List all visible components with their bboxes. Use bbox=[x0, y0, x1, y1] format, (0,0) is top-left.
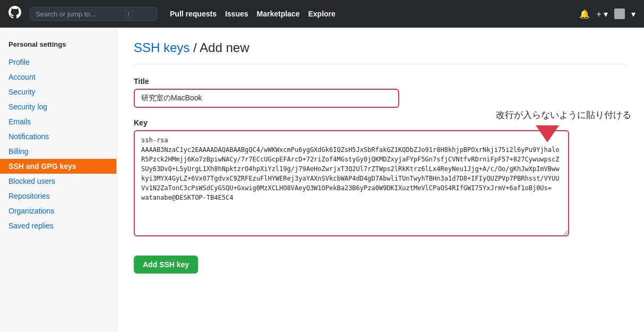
main-content: SSH keys / Add new Title Key 改行が入らないように貼… bbox=[117, 28, 644, 332]
nav-issues[interactable]: Issues bbox=[225, 10, 248, 18]
sidebar-item-security-log[interactable]: Security log bbox=[0, 99, 116, 114]
nav-explore[interactable]: Explore bbox=[308, 10, 335, 18]
avatar[interactable] bbox=[614, 8, 625, 19]
sidebar-item-ssh-gpg-keys[interactable]: SSH and GPG keys bbox=[0, 159, 116, 174]
page-heading: SSH keys / Add new bbox=[134, 40, 627, 64]
title-form-group: Title bbox=[134, 77, 627, 108]
notifications-bell-icon[interactable]: 🔔 bbox=[579, 9, 590, 19]
annotation-text: 改行が入らないように貼り付ける bbox=[496, 109, 631, 121]
sidebar-item-saved-replies[interactable]: Saved replies bbox=[0, 218, 116, 233]
github-logo[interactable] bbox=[8, 6, 21, 22]
add-ssh-key-button[interactable]: Add SSH key bbox=[134, 256, 198, 274]
page-title-add-new: Add new bbox=[200, 40, 249, 55]
nav-marketplace[interactable]: Marketplace bbox=[257, 10, 300, 18]
sidebar-item-security[interactable]: Security bbox=[0, 84, 116, 99]
sidebar-item-emails[interactable]: Emails bbox=[0, 114, 116, 129]
sidebar-item-billing[interactable]: Billing bbox=[0, 144, 116, 159]
slash-badge: / bbox=[125, 10, 133, 18]
topnav: / Pull requests Issues Marketplace Explo… bbox=[0, 0, 644, 28]
breadcrumb-ssh-keys[interactable]: SSH keys bbox=[134, 40, 190, 55]
avatar-dropdown-icon[interactable]: ▾ bbox=[631, 9, 636, 19]
title-label: Title bbox=[134, 77, 627, 86]
topnav-right: 🔔 + ▾ ▾ bbox=[579, 8, 636, 19]
key-textarea[interactable] bbox=[134, 130, 569, 236]
sidebar-item-profile[interactable]: Profile bbox=[0, 55, 116, 70]
sidebar-title: Personal settings bbox=[0, 36, 116, 53]
new-item-button[interactable]: + ▾ bbox=[596, 9, 608, 19]
nav-pull-requests[interactable]: Pull requests bbox=[170, 10, 217, 18]
sidebar-item-repositories[interactable]: Repositories bbox=[0, 189, 116, 203]
sidebar-item-account[interactable]: Account bbox=[0, 70, 116, 84]
topnav-links: Pull requests Issues Marketplace Explore bbox=[170, 10, 336, 18]
title-input[interactable] bbox=[134, 89, 399, 108]
sidebar-item-blocked-users[interactable]: Blocked users bbox=[0, 174, 116, 189]
annotation-arrow bbox=[536, 125, 559, 142]
page-layout: Personal settings Profile Account Securi… bbox=[0, 28, 644, 332]
sidebar: Personal settings Profile Account Securi… bbox=[0, 28, 117, 332]
search-box[interactable]: / bbox=[30, 7, 157, 21]
breadcrumb-separator: / bbox=[193, 40, 200, 55]
key-form-group: Key 改行が入らないように貼り付ける bbox=[134, 118, 627, 236]
sidebar-item-organizations[interactable]: Organizations bbox=[0, 203, 116, 218]
search-input[interactable] bbox=[36, 10, 121, 18]
sidebar-item-notifications[interactable]: Notifications bbox=[0, 129, 116, 144]
